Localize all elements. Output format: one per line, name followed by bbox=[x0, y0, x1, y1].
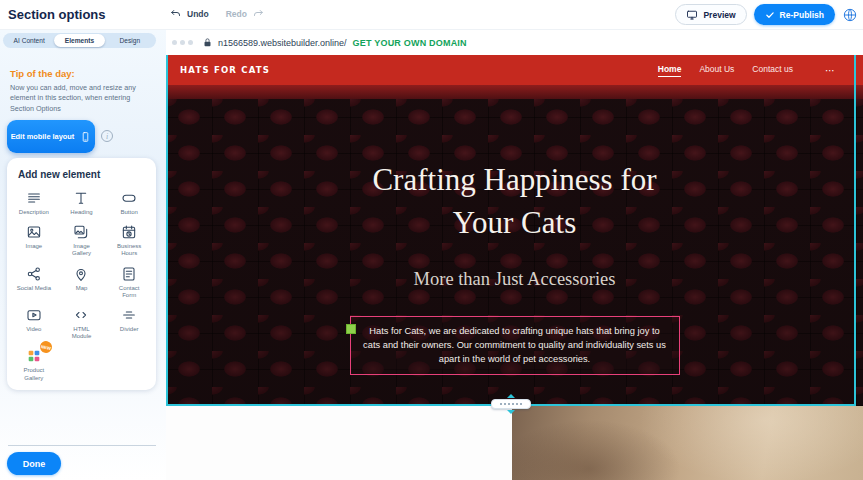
sidebar-divider bbox=[8, 445, 156, 446]
info-icon[interactable]: i bbox=[101, 130, 113, 142]
element-label: Button bbox=[120, 209, 137, 216]
undo-button[interactable]: Undo bbox=[187, 9, 209, 19]
element-label: HTML Module bbox=[63, 326, 99, 340]
element-grid: Description Heading Button bbox=[7, 183, 156, 387]
grip-dots-icon bbox=[500, 403, 522, 405]
hero-body-text: Hats for Cats, we are dedicated to craft… bbox=[363, 326, 666, 365]
element-label: Divider bbox=[120, 326, 139, 333]
add-element-image-gallery[interactable]: Image Gallery bbox=[58, 219, 106, 260]
preview-label: Preview bbox=[703, 10, 735, 20]
add-element-description[interactable]: Description bbox=[10, 185, 58, 219]
element-label: Map bbox=[76, 285, 88, 292]
redo-button[interactable]: Redo bbox=[226, 9, 247, 19]
preview-button[interactable]: Preview bbox=[675, 4, 746, 25]
element-label: Video bbox=[26, 326, 41, 333]
nav-about-us[interactable]: About Us bbox=[699, 64, 734, 76]
element-label: Product Gallery bbox=[16, 367, 52, 381]
section-selection-border-right bbox=[854, 55, 856, 406]
add-element-button[interactable]: Button bbox=[105, 185, 153, 219]
image-icon bbox=[25, 223, 43, 241]
product-gallery-icon: NEW bbox=[25, 347, 43, 365]
sand-texture-image bbox=[512, 406, 863, 480]
add-element-html-module[interactable]: HTML Module bbox=[58, 302, 106, 343]
add-element-map[interactable]: Map bbox=[58, 261, 106, 302]
browser-dot-icon bbox=[180, 40, 185, 45]
check-icon bbox=[765, 10, 775, 20]
hero-section: Crafting Happiness for Your Cats More th… bbox=[166, 99, 863, 406]
site-url[interactable]: n1566589.websitebuilder.online/ bbox=[218, 38, 347, 48]
element-label: Image Gallery bbox=[63, 243, 99, 257]
done-button[interactable]: Done bbox=[7, 452, 61, 475]
tab-ai-content[interactable]: AI Content bbox=[4, 34, 54, 47]
heading-icon bbox=[72, 189, 90, 207]
republish-label: Re-Publish bbox=[780, 10, 824, 20]
resize-arrow-up-icon bbox=[507, 394, 515, 398]
nav-contact-us[interactable]: Contact us bbox=[752, 64, 793, 76]
next-page-section bbox=[166, 406, 863, 480]
hero-text-box[interactable]: Hats for Cats, we are dedicated to craft… bbox=[350, 316, 680, 375]
tab-design[interactable]: Design bbox=[105, 34, 155, 47]
edit-mobile-layout-button[interactable]: Edit mobile layout bbox=[7, 120, 95, 153]
tip-of-the-day-body: Now you can add, move and resize any ele… bbox=[10, 83, 153, 114]
top-toolbar: Section options Undo Redo Preview bbox=[0, 0, 863, 30]
monitor-icon bbox=[686, 9, 698, 21]
add-element-panel: Add new element Description Heading bbox=[7, 158, 156, 390]
browser-address-bar: n1566589.websitebuilder.online/ GET YOUR… bbox=[166, 30, 863, 55]
browser-dot-icon bbox=[172, 40, 177, 45]
phone-icon bbox=[80, 130, 91, 144]
tip-of-the-day-title: Tip of the day: bbox=[10, 68, 75, 79]
history-controls: Undo Redo bbox=[170, 8, 264, 20]
contact-form-icon bbox=[120, 265, 138, 283]
site-header: HATS FOR CATS Home About Us Contact us ⋯ bbox=[166, 55, 863, 85]
element-label: Contact Form bbox=[111, 285, 147, 299]
add-element-social-media[interactable]: Social Media bbox=[10, 261, 58, 302]
resize-arrow-down-icon bbox=[507, 410, 515, 414]
add-element-video[interactable]: Video bbox=[10, 302, 58, 343]
html-code-icon bbox=[72, 306, 90, 324]
element-label: Description bbox=[19, 209, 49, 216]
hero-top-strip bbox=[166, 85, 863, 99]
nav-home[interactable]: Home bbox=[658, 64, 682, 77]
add-element-heading[interactable]: Heading bbox=[58, 185, 106, 219]
add-element-title: Add new element bbox=[18, 169, 156, 180]
lock-icon bbox=[202, 37, 213, 48]
page-title: Section options bbox=[8, 7, 106, 22]
social-media-icon bbox=[25, 265, 43, 283]
video-icon bbox=[25, 306, 43, 324]
hero-heading[interactable]: Crafting Happiness for Your Cats bbox=[354, 159, 676, 245]
top-right-actions: Preview Re-Publish bbox=[675, 4, 858, 25]
section-selection-border-left bbox=[166, 55, 168, 406]
globe-icon[interactable] bbox=[842, 7, 858, 23]
element-drag-handle[interactable] bbox=[346, 324, 356, 334]
editor-canvas: n1566589.websitebuilder.online/ GET YOUR… bbox=[166, 30, 863, 480]
map-pin-icon bbox=[72, 265, 90, 283]
description-icon bbox=[25, 189, 43, 207]
add-element-product-gallery[interactable]: NEW Product Gallery bbox=[10, 343, 58, 384]
website-builder-app: Section options Undo Redo Preview bbox=[0, 0, 863, 480]
add-element-image[interactable]: Image bbox=[10, 219, 58, 260]
divider-icon bbox=[120, 306, 138, 324]
get-your-own-domain-link[interactable]: GET YOUR OWN DOMAIN bbox=[353, 38, 467, 48]
add-element-business-hours[interactable]: Business Hours bbox=[105, 219, 153, 260]
site-logo[interactable]: HATS FOR CATS bbox=[180, 65, 270, 75]
element-label: Social Media bbox=[17, 285, 51, 292]
add-element-divider[interactable]: Divider bbox=[105, 302, 153, 343]
republish-button[interactable]: Re-Publish bbox=[754, 4, 835, 25]
edit-mobile-layout-label: Edit mobile layout bbox=[11, 132, 75, 141]
business-hours-icon bbox=[120, 223, 138, 241]
add-element-contact-form[interactable]: Contact Form bbox=[105, 261, 153, 302]
browser-dot-icon bbox=[188, 40, 193, 45]
element-label: Business Hours bbox=[111, 243, 147, 257]
element-label: Heading bbox=[70, 209, 92, 216]
hero-subheading[interactable]: More than Just Accessories bbox=[166, 269, 863, 290]
undo-icon[interactable] bbox=[170, 8, 182, 20]
element-label: Image bbox=[25, 243, 42, 250]
button-icon bbox=[120, 189, 138, 207]
sidebar-tabs: AI Content Elements Design bbox=[3, 33, 156, 48]
tab-elements[interactable]: Elements bbox=[54, 34, 104, 47]
section-options-sidebar: AI Content Elements Design Tip of the da… bbox=[0, 30, 166, 480]
nav-more-menu[interactable]: ⋯ bbox=[825, 65, 835, 76]
redo-icon[interactable] bbox=[252, 8, 264, 20]
section-resize-handle[interactable] bbox=[489, 394, 533, 416]
resize-grip bbox=[491, 399, 531, 409]
